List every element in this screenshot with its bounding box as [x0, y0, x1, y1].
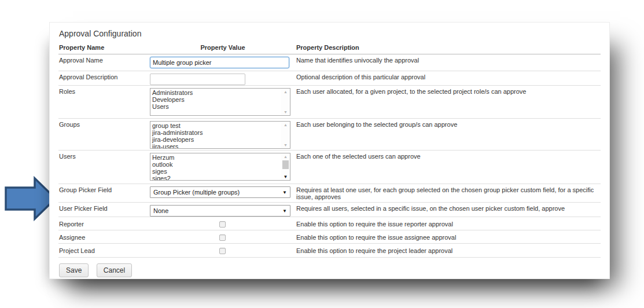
- project-lead-description: Enable this option to require the projec…: [296, 244, 601, 258]
- chevron-down-icon: ▼: [282, 208, 287, 214]
- callout-arrow-shape: [6, 178, 56, 219]
- row-roles: Roles Administrators Developers Users ▲ …: [58, 86, 601, 119]
- column-header-property-value: Property Value: [149, 44, 296, 54]
- group-picker-field-select[interactable]: Group Picker (multiple groups) ▼: [150, 186, 290, 198]
- roles-listbox[interactable]: Administrators Developers Users ▲ ▼: [150, 88, 290, 116]
- approval-name-description: Name that identifies univocally the appr…: [296, 54, 601, 71]
- row-approval-description: Approval Description Optional descriptio…: [58, 71, 601, 86]
- reporter-checkbox[interactable]: [219, 221, 226, 228]
- scroll-up-icon[interactable]: ▲: [284, 122, 288, 128]
- approval-name-input[interactable]: [150, 57, 289, 68]
- group-picker-field-label: Group Picker Field: [58, 184, 149, 203]
- assignee-checkbox[interactable]: [219, 234, 226, 241]
- groups-scrollbar[interactable]: ▲ ▼: [281, 122, 290, 148]
- row-reporter: Reporter Enable this option to require t…: [58, 217, 601, 230]
- scroll-up-icon[interactable]: ▲: [284, 153, 288, 160]
- users-scrollbar[interactable]: ▲ ▼: [281, 153, 290, 180]
- approval-description-description: Optional description of this particular …: [296, 71, 601, 86]
- row-assignee: Assignee Enable this option to require t…: [58, 230, 601, 244]
- users-option[interactable]: Herzum: [152, 154, 279, 161]
- save-button[interactable]: Save: [59, 263, 89, 277]
- roles-option[interactable]: Administrators: [152, 89, 279, 96]
- reporter-label: Reporter: [58, 217, 149, 230]
- user-picker-field-description: Requires all users, selected in a specif…: [296, 203, 601, 217]
- row-approval-name: Approval Name Name that identifies univo…: [58, 54, 601, 71]
- project-lead-checkbox[interactable]: [219, 248, 226, 254]
- groups-description: Each user belonging to the selected grou…: [296, 119, 601, 151]
- approval-name-label: Approval Name: [58, 54, 149, 71]
- user-picker-selected-value: None: [153, 207, 168, 214]
- page-title: Approval Configuration: [58, 28, 601, 44]
- scroll-down-icon[interactable]: ▼: [284, 109, 288, 115]
- row-project-lead: Project Lead Enable this option to requi…: [58, 244, 601, 258]
- scroll-down-icon[interactable]: ▼: [284, 174, 288, 180]
- scroll-up-icon[interactable]: ▲: [284, 89, 288, 95]
- groups-label: Groups: [58, 119, 149, 151]
- assignee-label: Assignee: [58, 230, 149, 244]
- screenshot-canvas: Approval Configuration Property Name Pro…: [0, 0, 644, 308]
- roles-scrollbar[interactable]: ▲ ▼: [281, 89, 290, 115]
- groups-listbox[interactable]: group test jira-administrators jira-deve…: [150, 121, 290, 149]
- group-picker-field-description: Requires at least one user, for each gro…: [296, 184, 601, 203]
- properties-table: Property Name Property Value Property De…: [58, 44, 601, 258]
- form-actions: Save Cancel: [58, 258, 601, 277]
- approval-description-input[interactable]: [150, 74, 245, 85]
- project-lead-label: Project Lead: [58, 244, 149, 258]
- scrollbar-thumb[interactable]: [282, 160, 289, 169]
- row-groups: Groups group test jira-administrators ji…: [58, 119, 601, 151]
- chevron-down-icon: ▼: [282, 190, 287, 195]
- users-label: Users: [58, 151, 149, 184]
- users-listbox[interactable]: Herzum outlook siges siges2 ▲ ▼: [150, 153, 290, 181]
- user-picker-field-label: User Picker Field: [58, 203, 149, 217]
- user-picker-field-select[interactable]: None ▼: [150, 205, 290, 217]
- roles-option[interactable]: Users: [152, 103, 279, 110]
- approval-description-label: Approval Description: [58, 71, 149, 86]
- row-user-picker-field: User Picker Field None ▼ Requires all us…: [58, 203, 601, 217]
- roles-description: Each user allocated, for a given project…: [296, 86, 601, 119]
- column-header-property-name: Property Name: [58, 44, 149, 54]
- users-option[interactable]: outlook: [152, 161, 279, 168]
- row-users: Users Herzum outlook siges siges2 ▲: [58, 151, 601, 184]
- scroll-down-icon[interactable]: ▼: [284, 142, 288, 148]
- group-picker-selected-value: Group Picker (multiple groups): [153, 189, 240, 196]
- assignee-description: Enable this option to require the issue …: [296, 230, 601, 244]
- approval-configuration-panel: Approval Configuration Property Name Pro…: [49, 22, 610, 279]
- row-group-picker-field: Group Picker Field Group Picker (multipl…: [58, 184, 601, 203]
- groups-option[interactable]: jira-users: [152, 143, 279, 148]
- reporter-description: Enable this option to require the issue …: [296, 217, 601, 230]
- roles-label: Roles: [58, 86, 149, 119]
- cancel-button[interactable]: Cancel: [97, 263, 132, 277]
- groups-option[interactable]: group test: [152, 122, 279, 129]
- column-header-property-description: Property Description: [296, 44, 601, 54]
- table-header-row: Property Name Property Value Property De…: [58, 44, 601, 54]
- users-option[interactable]: siges: [152, 168, 279, 175]
- users-description: Each one of the selected users can appro…: [296, 151, 601, 184]
- roles-option[interactable]: Developers: [152, 96, 279, 103]
- users-option[interactable]: siges2: [152, 175, 279, 180]
- groups-option[interactable]: jira-developers: [152, 136, 279, 143]
- groups-option[interactable]: jira-administrators: [152, 129, 279, 136]
